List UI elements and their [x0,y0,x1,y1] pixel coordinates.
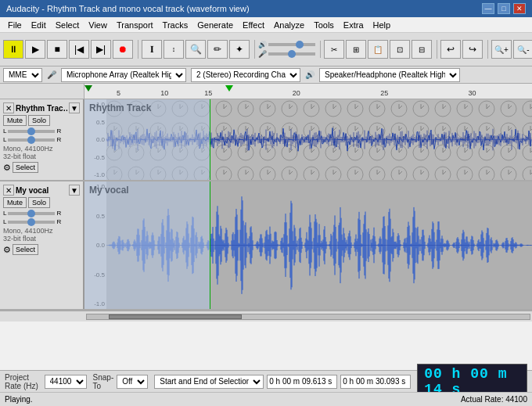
vocal-vol-slider[interactable] [8,212,55,215]
rhythm-pan-l: L [3,136,6,143]
output-vol-label: 🔊 [258,41,267,49]
minimize-button[interactable]: — [482,3,494,14]
paste-button[interactable]: 📋 [368,40,388,59]
project-rate-select[interactable]: 44100 [45,375,87,389]
scroll-track[interactable] [86,314,530,320]
rhythm-settings-icon[interactable]: ⚙ [3,163,11,173]
menu-transport[interactable]: Transport [112,19,158,31]
play-button[interactable]: ▶ [25,40,45,59]
stop-button[interactable]: ■ [47,40,67,59]
close-button[interactable]: ✕ [513,3,526,14]
vocal-track-name: My vocal [16,186,67,195]
vocal-pan-r: R [56,218,61,225]
vocal-select-button[interactable]: Select [13,244,38,255]
vocal-track: ✕ My vocal ▼ Mute Solo L R L R [0,181,532,311]
rhythm-solo-button[interactable]: Solo [28,115,50,126]
vocal-y-1.0: 1.0 [84,183,106,190]
input-device-select[interactable]: Microphone Array (Realtek High [61,68,186,82]
menu-tracks[interactable]: Tracks [158,19,193,31]
time-ruler: 5 10 15 20 25 30 [0,84,532,99]
vocal-track-title-bar: ✕ My vocal ▼ [3,185,80,196]
menu-extra[interactable]: Extra [339,19,368,31]
tool-multi[interactable]: ✦ [229,40,250,59]
menu-edit[interactable]: Edit [27,19,51,31]
rhythm-pan-slider[interactable] [8,138,55,142]
rhythm-track-dropdown[interactable]: ▼ [69,102,80,113]
vocal-track-close[interactable]: ✕ [3,185,14,196]
horizontal-scrollbar[interactable] [0,311,532,322]
snap-to-select[interactable]: Off [117,375,148,389]
tool-ibeam[interactable]: 𝐈 [142,40,162,59]
rhythm-select-row: ⚙ Select [3,162,80,173]
menu-analyze[interactable]: Analyze [269,19,309,31]
snap-to-label: Snap-To [93,373,114,390]
mic-icon: 🎤 [47,70,56,79]
ruler-tick-15: 15 [204,89,212,97]
rhythm-vol-r: R [56,128,61,135]
vocal-solo-button[interactable]: Solo [28,197,50,208]
vocal-waveform[interactable]: 1.0 0.5 0.0 -0.5 -1.0 My vocal [84,181,532,309]
rhythm-track-close[interactable]: ✕ [3,102,14,113]
pause-button[interactable]: ⏸ [3,40,23,59]
rhythm-track-name: Rhythm Trac… [16,104,67,113]
toolbar-wrapper: ⏸ ▶ ■ |◀ ▶| ⏺ 𝐈 ↕ 🔍 ✏ ✦ 🔊 [0,33,532,66]
channels-select[interactable]: 2 (Stereo) Recording Chann [191,68,300,82]
tool-zoom[interactable]: 🔍 [185,40,206,59]
ruler-tick-10: 10 [160,89,168,97]
rhythm-mute-button[interactable]: Mute [3,115,27,126]
zoom-in-button[interactable]: 🔍+ [491,40,512,59]
host-select[interactable]: MME [3,68,42,82]
menu-help[interactable]: Help [368,19,396,31]
redo-button[interactable]: ↪ [462,40,483,59]
maximize-button[interactable]: □ [498,3,510,14]
vocal-settings-icon[interactable]: ⚙ [3,245,11,255]
vocal-mute-button[interactable]: Mute [3,197,27,208]
selection-mode-select[interactable]: Start and End of Selection [154,375,264,389]
input-vol-label: 🎤 [258,50,267,58]
ruler-marks: 5 10 15 20 25 30 [84,84,524,99]
menu-effect[interactable]: Effect [238,19,269,31]
rhythm-select-button[interactable]: Select [13,162,38,173]
menu-tools[interactable]: Tools [309,19,339,31]
rhythm-waveform[interactable]: 1.0 0.5 0.0 -0.5 -1.0 Rhythm Track [84,99,532,180]
rhythm-y-m1.0: -1.0 [84,171,106,178]
trim-button[interactable]: ⊡ [390,40,410,59]
input-volume-slider[interactable] [268,52,315,56]
playing-status: Playing. [5,395,33,404]
cut-button[interactable]: ✂ [324,40,344,59]
scroll-thumb[interactable] [109,314,242,319]
playhead-triangle [225,85,233,92]
tool-selection[interactable]: ↕ [164,40,184,59]
menu-file[interactable]: File [3,19,27,31]
ruler-tick-20: 20 [293,89,300,97]
rhythm-vol-l: L [3,128,6,135]
vocal-y-0.5: 0.5 [84,213,106,220]
menu-view[interactable]: View [84,19,112,31]
vocal-vol-l: L [3,210,6,217]
ruler-tick-25: 25 [380,89,388,97]
skip-start-button[interactable]: |◀ [69,40,89,59]
actual-rate: Actual Rate: 44100 [461,395,527,404]
silence-button[interactable]: ⊟ [412,40,432,59]
rhythm-vol-slider[interactable] [8,130,55,133]
menu-generate[interactable]: Generate [192,19,238,31]
vocal-mute-solo-row: Mute Solo [3,197,80,208]
vocal-pan-slider[interactable] [8,221,55,224]
vocal-track-info: Mono, 44100Hz32-bit float [3,227,80,243]
record-button[interactable]: ⏺ [113,40,133,59]
tool-draw[interactable]: ✏ [207,40,228,59]
undo-button[interactable]: ↩ [440,40,461,59]
output-device-select[interactable]: Speaker/Headphone (Realtek High [319,68,460,82]
vocal-y-m0.5: -0.5 [84,271,106,278]
output-volume-slider[interactable] [268,43,315,46]
copy-button[interactable]: ⊞ [346,40,366,59]
speaker-icon: 🔊 [305,70,315,79]
sel-end-input[interactable] [340,375,411,389]
rhythm-canvas [84,99,532,180]
vocal-track-dropdown[interactable]: ▼ [69,185,80,196]
zoom-out-button[interactable]: 🔍- [513,40,532,59]
rhythm-y-0.5: 0.5 [84,119,106,126]
skip-end-button[interactable]: ▶| [91,40,111,59]
menu-select[interactable]: Select [51,19,84,31]
sel-start-input[interactable] [267,375,337,389]
